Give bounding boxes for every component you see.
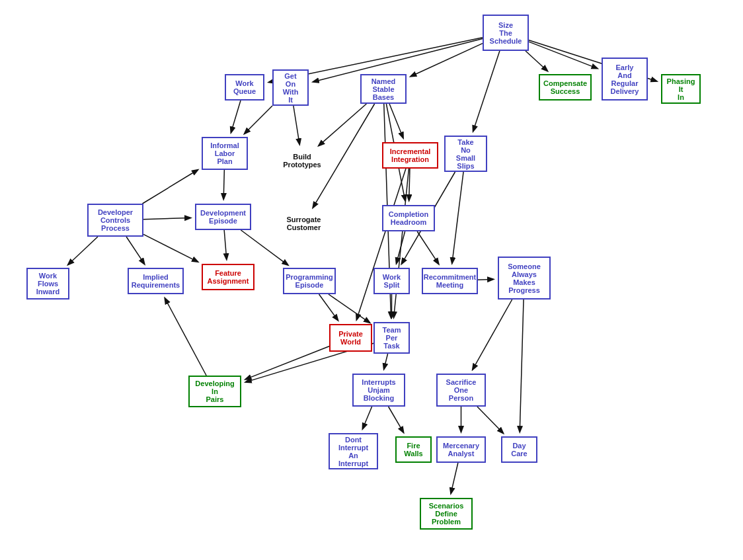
work-flows-inward: Work Flows Inward <box>26 268 69 300</box>
svg-line-22 <box>142 170 198 204</box>
completion-headroom: Completion Headroom <box>382 205 435 231</box>
svg-line-20 <box>143 234 198 261</box>
svg-line-33 <box>520 300 524 432</box>
svg-line-16 <box>224 230 227 259</box>
informal-labor-plan: Informal Labor Plan <box>202 137 248 170</box>
feature-assignment: Feature Assignment <box>202 264 254 290</box>
svg-line-2 <box>411 44 483 77</box>
svg-line-26 <box>397 231 405 263</box>
svg-line-42 <box>165 298 207 376</box>
developing-in-pairs: Developing In Pairs <box>188 376 241 407</box>
fire-walls: Fire Walls <box>395 436 432 463</box>
svg-line-21 <box>143 218 190 220</box>
svg-line-38 <box>389 407 404 432</box>
svg-line-41 <box>451 463 458 493</box>
named-stable-bases: Named Stable Bases <box>360 74 407 104</box>
recommitment-meeting: Recommitment Meeting <box>422 268 478 294</box>
phasing-it-in: Phasing It In <box>661 74 701 104</box>
sacrifice-one-person: Sacrifice One Person <box>436 374 486 407</box>
svg-line-3 <box>526 51 547 71</box>
svg-line-19 <box>126 237 144 264</box>
take-no-small-slips: Take No Small Slips <box>444 136 487 172</box>
svg-line-37 <box>363 407 372 429</box>
team-per-task: Team Per Task <box>373 322 410 354</box>
size-the-schedule: Size The Schedule <box>483 15 529 51</box>
svg-line-32 <box>473 300 512 370</box>
work-queue: Work Queue <box>225 74 264 100</box>
implied-requirements: Implied Requirements <box>128 268 184 294</box>
dont-interrupt-an-interrupt: Dont Interrupt An Interrupt <box>329 433 378 469</box>
developer-controls-process: Developer Controls Process <box>87 204 143 237</box>
programming-episode: Programming Episode <box>283 268 336 294</box>
svg-line-36 <box>246 346 329 380</box>
svg-line-8 <box>245 106 272 134</box>
compensate-success: Compensate Success <box>539 74 592 100</box>
private-world: Private World <box>329 324 372 352</box>
svg-line-18 <box>68 237 98 264</box>
surrogate-customer: Surrogate Customer <box>279 212 329 235</box>
incremental-integration: Incremental Integration <box>382 142 438 169</box>
svg-line-17 <box>241 230 288 265</box>
early-regular-delivery: Early And Regular Delivery <box>602 58 648 100</box>
build-prototypes: Build Prototypes <box>279 149 325 172</box>
someone-always-makes-progress: Someone Always Makes Progress <box>498 257 551 300</box>
svg-line-9 <box>293 106 299 144</box>
svg-line-24 <box>357 169 406 319</box>
svg-line-11 <box>319 104 366 145</box>
svg-line-44 <box>478 279 493 280</box>
day-care: Day Care <box>501 436 537 463</box>
get-on-with-it: Get On With It <box>272 69 309 106</box>
svg-line-15 <box>223 170 224 199</box>
svg-line-27 <box>417 231 438 264</box>
development-episode: Development Episode <box>195 204 251 230</box>
svg-line-25 <box>394 169 409 317</box>
svg-line-4 <box>529 42 597 68</box>
svg-line-28 <box>319 294 338 320</box>
svg-line-23 <box>409 169 410 200</box>
interrupts-unjam-blocking: Interrupts Unjam Blocking <box>352 374 405 407</box>
svg-line-6 <box>473 51 500 131</box>
svg-line-34 <box>384 354 388 369</box>
work-split: Work Split <box>373 268 410 294</box>
svg-line-40 <box>477 407 503 433</box>
mercenary-analyst: Mercenary Analyst <box>436 436 486 463</box>
scenarios-define-problem: Scenarios Define Problem <box>420 498 473 530</box>
svg-line-30 <box>452 172 463 263</box>
svg-line-7 <box>231 100 241 132</box>
